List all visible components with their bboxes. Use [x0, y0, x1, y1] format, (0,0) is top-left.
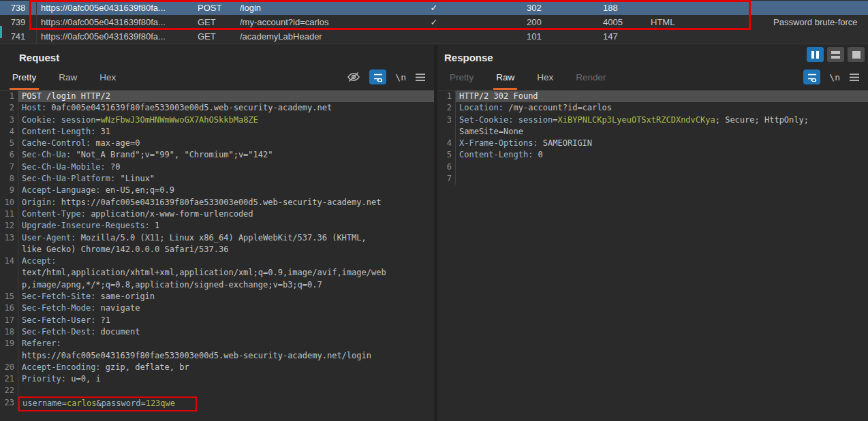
edge-fragment: [0, 26, 2, 38]
response-panel: Response PrettyRawHexRender \n: [437, 45, 868, 421]
layout-single-button[interactable]: [848, 47, 865, 62]
code-line: 18Sec-Fetch-Dest: document: [0, 326, 434, 338]
cell-comment: Password brute-force: [773, 15, 868, 29]
cell-params: ✓: [425, 15, 443, 29]
request-panel: Request PrettyRawHex: [0, 45, 434, 421]
request-panel-title: Request: [19, 52, 434, 63]
code-line: https://0afc005e0431639f80fae533003e00d5…: [0, 350, 434, 362]
annotation-box-credentials: username=carlos&password=123qwe: [18, 396, 197, 411]
newline-icon[interactable]: \n: [395, 72, 406, 82]
response-tabbar: PrettyRawHexRender \n: [437, 63, 868, 91]
tab-request-hex[interactable]: Hex: [97, 66, 119, 90]
code-line: 2Location: /my-account?id=carlos: [437, 102, 868, 114]
tab-response-render[interactable]: Render: [573, 66, 608, 90]
code-line: 17Sec-Fetch-User: ?1: [0, 315, 434, 326]
code-line: 7Sec-Ch-Ua-Mobile: ?0: [0, 161, 434, 173]
cell-id: 738: [0, 1, 37, 15]
cell-method: POST: [198, 1, 237, 15]
table-row[interactable]: 739https://0afc005e0431639f80fa...GET/my…: [0, 15, 868, 29]
response-panel-title: Response: [444, 52, 868, 63]
cell-id: 741: [0, 29, 37, 44]
cell-url: /my-account?id=carlos: [240, 15, 422, 29]
code-line: 4Content-Length: 31: [0, 126, 434, 138]
cell-status: 101: [527, 29, 574, 44]
code-line: 1HTTP/2 302 Found: [437, 91, 868, 102]
cell-comment: [773, 29, 868, 44]
code-line: 6: [437, 161, 868, 173]
code-line: 3Set-Cookie: session=XiBYPNLCKp3LyeuOTSx…: [437, 114, 868, 126]
cell-url: /academyLabHeader: [240, 29, 422, 44]
rows-layout-icon: [831, 49, 840, 61]
view-layout-buttons: [807, 47, 865, 62]
code-line: like Gecko) Chrome/142.0.0.0 Safari/537.…: [0, 244, 434, 255]
code-line: 15Sec-Fetch-Site: same-origin: [0, 291, 434, 302]
code-line: 8Sec-Ch-Ua-Platform: "Linux": [0, 173, 434, 185]
cell-comment: [773, 1, 868, 15]
cell-host: https://0afc005e0431639f80fa...: [41, 15, 195, 29]
code-line: 12Upgrade-Insecure-Requests: 1: [0, 220, 434, 232]
code-line: 19Referer:: [0, 338, 434, 349]
code-line: 13User-Agent: Mozilla/5.0 (X11; Linux x8…: [0, 232, 434, 244]
cell-length: 4005: [603, 15, 647, 29]
tab-response-raw[interactable]: Raw: [493, 66, 517, 90]
code-line: 10Origin: https://0afc005e0431639f80fae5…: [0, 197, 434, 208]
cell-mime: [651, 29, 698, 44]
cell-mime: HTML: [651, 15, 698, 29]
code-line: 6Sec-Ch-Ua: "Not_A Brand";v="99", "Chrom…: [0, 149, 434, 161]
cell-mime: [651, 1, 698, 15]
cell-length: 188: [603, 1, 647, 15]
table-row[interactable]: 738https://0afc005e0431639f80fa...POST/l…: [0, 1, 868, 15]
cell-method: GET: [198, 15, 237, 29]
cell-host: https://0afc005e0431639f80fa...: [41, 1, 195, 15]
layout-rows-button[interactable]: [827, 47, 844, 62]
cell-params: [425, 29, 443, 44]
code-line: text/html,application/xhtml+xml,applicat…: [0, 267, 434, 279]
single-layout-icon: [852, 51, 861, 59]
table-row[interactable]: 741https://0afc005e0431639f80fa...GET/ac…: [0, 29, 868, 44]
cell-method: GET: [198, 29, 237, 44]
code-line: 3Cookie: session=wNzFbwJ3OmHNWmWwoGX7AhO…: [0, 114, 434, 126]
code-line: 5Content-Length: 0: [437, 149, 868, 161]
newline-icon[interactable]: \n: [829, 72, 840, 82]
cell-url: /login: [240, 1, 422, 15]
hide-eye-icon[interactable]: [347, 71, 360, 83]
cell-host: https://0afc005e0431639f80fa...: [41, 29, 195, 44]
code-line: 11Content-Type: application/x-www-form-u…: [0, 208, 434, 220]
columns-layout-icon: [811, 51, 819, 59]
tab-response-pretty[interactable]: Pretty: [447, 66, 476, 90]
cell-status: 200: [527, 15, 574, 29]
menu-icon[interactable]: [849, 73, 860, 82]
code-line: 4X-Frame-Options: SAMEORIGIN: [437, 138, 868, 149]
tab-request-pretty[interactable]: Pretty: [10, 66, 39, 90]
code-line: 7: [437, 173, 868, 185]
code-line: 21Priority: u=0, i: [0, 373, 434, 385]
request-editor[interactable]: 1POST /login HTTP/22Host: 0afc005e043163…: [0, 91, 434, 421]
code-line: 20Accept-Encoding: gzip, deflate, br: [0, 362, 434, 373]
wrap-lines-icon[interactable]: [369, 69, 386, 84]
code-line: 22: [0, 385, 434, 396]
code-line: SameSite=None: [437, 126, 868, 138]
code-line: 14Accept:: [0, 255, 434, 267]
layout-columns-button[interactable]: [807, 47, 824, 62]
tab-response-hex[interactable]: Hex: [534, 66, 556, 90]
cell-params: ✓: [425, 1, 443, 15]
http-history-table: 738https://0afc005e0431639f80fa...POST/l…: [0, 0, 868, 44]
code-line: 2Host: 0afc005e0431639f80fae533003e00d5.…: [0, 102, 434, 114]
code-line: p,image/apng,*/*;q=0.8,application/signe…: [0, 279, 434, 291]
wrap-lines-icon[interactable]: [803, 69, 820, 84]
cell-status: 302: [527, 1, 574, 15]
code-line: 9Accept-Language: en-US,en;q=0.9: [0, 185, 434, 196]
tab-request-raw[interactable]: Raw: [56, 66, 80, 90]
menu-icon[interactable]: [415, 73, 426, 82]
burp-proxy-screen: 738https://0afc005e0431639f80fa...POST/l…: [0, 0, 868, 421]
cell-length: 147: [603, 29, 647, 44]
code-line: 16Sec-Fetch-Mode: navigate: [0, 302, 434, 314]
code-line: 5Cache-Control: max-age=0: [0, 138, 434, 149]
code-line: 1POST /login HTTP/2: [0, 91, 434, 102]
request-tabbar: PrettyRawHex: [0, 63, 434, 91]
cell-id: 739: [0, 15, 37, 29]
code-line: 23username=carlos&password=123qwe: [0, 397, 434, 411]
response-editor[interactable]: 1HTTP/2 302 Found2Location: /my-account?…: [437, 91, 868, 421]
